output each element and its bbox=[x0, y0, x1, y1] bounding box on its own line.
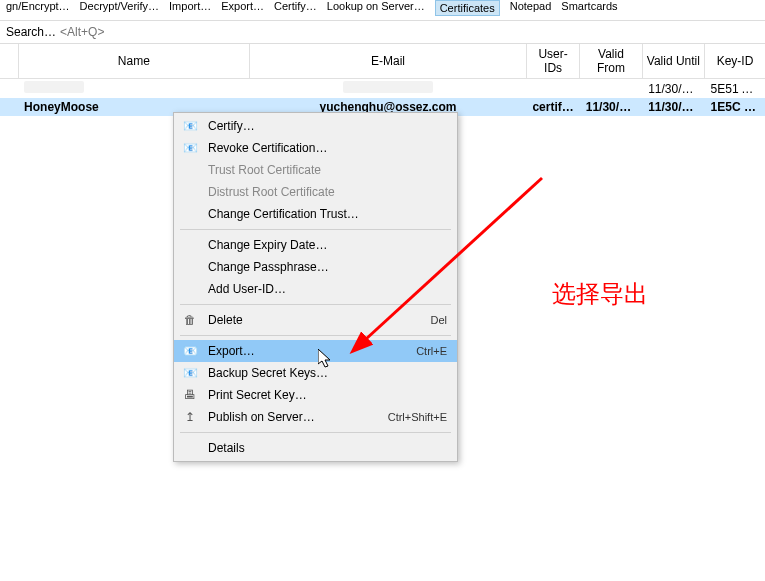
search-row: Search… bbox=[0, 21, 765, 44]
menu-label: Publish on Server… bbox=[208, 410, 380, 424]
menu-item-trust-root: Trust Root Certificate bbox=[174, 159, 457, 181]
col-userids[interactable]: User-IDs bbox=[526, 44, 579, 79]
toolbar-item-decrypt-verify[interactable]: Decrypt/Verify… bbox=[80, 0, 159, 16]
menu-label: Details bbox=[208, 441, 447, 455]
toolbar-item-certify[interactable]: Certify… bbox=[274, 0, 317, 16]
menu-separator bbox=[180, 304, 451, 305]
certificate-table: Name E-Mail User-IDs Valid From Valid Un… bbox=[0, 44, 765, 116]
menu-item-delete[interactable]: 🗑 Delete Del bbox=[174, 309, 457, 331]
revoke-icon: 📧 bbox=[180, 141, 200, 155]
menu-separator bbox=[180, 335, 451, 336]
menu-item-add-userid[interactable]: Add User-ID… bbox=[174, 278, 457, 300]
cell-valid-until: 11/30/2… bbox=[642, 98, 704, 116]
cell-name bbox=[18, 79, 250, 99]
cell-email bbox=[250, 79, 527, 99]
menu-item-print-secret-key[interactable]: 🖶 Print Secret Key… bbox=[174, 384, 457, 406]
menu-label: Certify… bbox=[208, 119, 447, 133]
delete-icon: 🗑 bbox=[180, 313, 200, 327]
menu-label: Change Certification Trust… bbox=[208, 207, 447, 221]
col-keyid[interactable]: Key-ID bbox=[705, 44, 765, 79]
cell-valid-from bbox=[580, 79, 642, 99]
menu-item-change-cert-trust[interactable]: Change Certification Trust… bbox=[174, 203, 457, 225]
print-icon: 🖶 bbox=[180, 388, 200, 402]
backup-icon: 📧 bbox=[180, 366, 200, 380]
publish-icon: ↥ bbox=[180, 410, 200, 424]
menu-item-details[interactable]: Details bbox=[174, 437, 457, 459]
cell-userids bbox=[526, 79, 579, 99]
menu-label: Delete bbox=[208, 313, 422, 327]
menu-item-change-passphrase[interactable]: Change Passphrase… bbox=[174, 256, 457, 278]
menu-label: Change Expiry Date… bbox=[208, 238, 447, 252]
toolbar-item-import[interactable]: Import… bbox=[169, 0, 211, 16]
toolbar: gn/Encrypt… Decrypt/Verify… Import… Expo… bbox=[0, 0, 765, 21]
toolbar-item-sign-encrypt[interactable]: gn/Encrypt… bbox=[6, 0, 70, 16]
search-input[interactable] bbox=[60, 25, 759, 39]
menu-label: Add User-ID… bbox=[208, 282, 447, 296]
annotation-text: 选择导出 bbox=[552, 278, 648, 310]
menu-label: Backup Secret Keys… bbox=[208, 366, 447, 380]
cell-keyid: 1E5C BEF bbox=[705, 98, 765, 116]
col-name[interactable]: Name bbox=[18, 44, 250, 79]
toolbar-item-export[interactable]: Export… bbox=[221, 0, 264, 16]
col-expand[interactable] bbox=[0, 44, 18, 79]
toolbar-item-certificates[interactable]: Certificates bbox=[435, 0, 500, 16]
menu-label: Trust Root Certificate bbox=[208, 163, 447, 177]
menu-label: Revoke Certification… bbox=[208, 141, 447, 155]
export-icon: 📧 bbox=[180, 344, 200, 358]
toolbar-item-smartcards[interactable]: Smartcards bbox=[561, 0, 617, 16]
cell-valid-until: 11/30/2… bbox=[642, 79, 704, 99]
menu-item-publish-on-server[interactable]: ↥ Publish on Server… Ctrl+Shift+E bbox=[174, 406, 457, 428]
col-valid-from[interactable]: Valid From bbox=[580, 44, 642, 79]
menu-item-revoke-certification[interactable]: 📧 Revoke Certification… bbox=[174, 137, 457, 159]
menu-shortcut: Del bbox=[430, 314, 447, 326]
menu-separator bbox=[180, 432, 451, 433]
menu-label: Export… bbox=[208, 344, 408, 358]
cell-userids: certified bbox=[526, 98, 579, 116]
menu-item-change-expiry[interactable]: Change Expiry Date… bbox=[174, 234, 457, 256]
menu-label: Print Secret Key… bbox=[208, 388, 447, 402]
table-header-row: Name E-Mail User-IDs Valid From Valid Un… bbox=[0, 44, 765, 79]
context-menu: 📧 Certify… 📧 Revoke Certification… Trust… bbox=[173, 112, 458, 462]
col-email[interactable]: E-Mail bbox=[250, 44, 527, 79]
col-valid-until[interactable]: Valid Until bbox=[642, 44, 704, 79]
certify-icon: 📧 bbox=[180, 119, 200, 133]
menu-item-certify[interactable]: 📧 Certify… bbox=[174, 115, 457, 137]
cell-valid-from: 11/30/2… bbox=[580, 98, 642, 116]
menu-shortcut: Ctrl+E bbox=[416, 345, 447, 357]
menu-item-backup-secret-keys[interactable]: 📧 Backup Secret Keys… bbox=[174, 362, 457, 384]
menu-shortcut: Ctrl+Shift+E bbox=[388, 411, 447, 423]
menu-label: Distrust Root Certificate bbox=[208, 185, 447, 199]
menu-separator bbox=[180, 229, 451, 230]
menu-item-export[interactable]: 📧 Export… Ctrl+E bbox=[174, 340, 457, 362]
toolbar-item-notepad[interactable]: Notepad bbox=[510, 0, 552, 16]
search-label: Search… bbox=[6, 25, 56, 39]
menu-label: Change Passphrase… bbox=[208, 260, 447, 274]
menu-item-distrust-root: Distrust Root Certificate bbox=[174, 181, 457, 203]
cell-keyid: 5E51 AA5 bbox=[705, 79, 765, 99]
toolbar-item-lookup[interactable]: Lookup on Server… bbox=[327, 0, 425, 16]
table-row[interactable]: 11/30/2… 5E51 AA5 bbox=[0, 79, 765, 99]
